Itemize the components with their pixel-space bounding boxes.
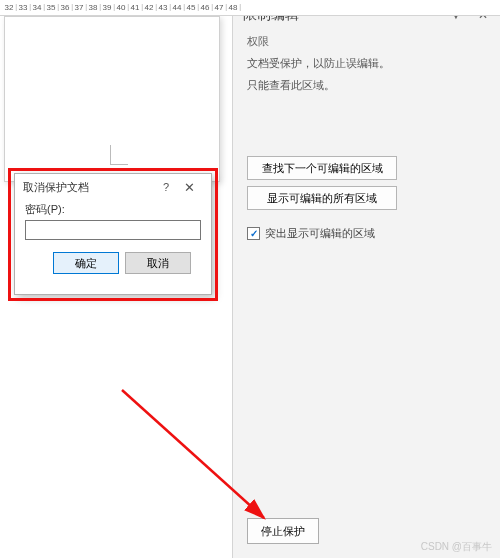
cancel-button[interactable]: 取消 (125, 252, 191, 274)
ruler-tick: 39 (100, 3, 114, 12)
show-all-regions-button[interactable]: 显示可编辑的所有区域 (247, 186, 397, 210)
ruler-tick: 37 (72, 3, 86, 12)
ruler-tick: 46 (198, 3, 212, 12)
permissions-heading: 权限 (247, 34, 486, 49)
ruler-tick: 41 (128, 3, 142, 12)
ruler-tick: 33 (16, 3, 30, 12)
protection-text-1: 文档受保护，以防止误编辑。 (247, 55, 486, 73)
ok-button[interactable]: 确定 (53, 252, 119, 274)
ruler-tick: 34 (30, 3, 44, 12)
checkbox-checked-icon[interactable]: ✓ (247, 227, 260, 240)
unprotect-document-dialog: 取消保护文档 ? ✕ 密码(P): 确定 取消 (14, 173, 212, 295)
stop-protection-button[interactable]: 停止保护 (247, 518, 319, 544)
ruler-tick: 32 (2, 3, 16, 12)
highlight-regions-label: 突出显示可编辑的区域 (265, 226, 375, 241)
ruler-tick: 42 (142, 3, 156, 12)
ruler-tick: 48 (226, 3, 240, 12)
highlight-regions-checkbox-row[interactable]: ✓ 突出显示可编辑的区域 (247, 226, 486, 241)
protection-text-2: 只能查看此区域。 (247, 77, 486, 95)
ruler-tick: 38 (86, 3, 100, 12)
restrict-editing-pane: 限制编辑 ▼ ✕ 权限 文档受保护，以防止误编辑。 只能查看此区域。 查找下一个… (232, 0, 500, 558)
ruler-tick: 43 (156, 3, 170, 12)
crop-mark-icon (110, 145, 128, 165)
ruler-tick: 45 (184, 3, 198, 12)
ruler-tick: 35 (44, 3, 58, 12)
password-input[interactable] (25, 220, 201, 240)
find-next-region-button[interactable]: 查找下一个可编辑的区域 (247, 156, 397, 180)
ruler-tick: 47 (212, 3, 226, 12)
ruler-tick: 44 (170, 3, 184, 12)
watermark-text: CSDN @百事牛 (421, 540, 492, 554)
horizontal-ruler: 3233343536373839404142434445464748 (0, 0, 500, 16)
password-label: 密码(P): (25, 202, 201, 217)
ruler-tick: 36 (58, 3, 72, 12)
dialog-title-text: 取消保护文档 (23, 180, 157, 195)
help-icon[interactable]: ? (157, 181, 175, 193)
close-icon[interactable]: ✕ (175, 177, 203, 197)
document-page (4, 16, 220, 182)
dialog-titlebar: 取消保护文档 ? ✕ (15, 174, 211, 200)
ruler-tick: 40 (114, 3, 128, 12)
